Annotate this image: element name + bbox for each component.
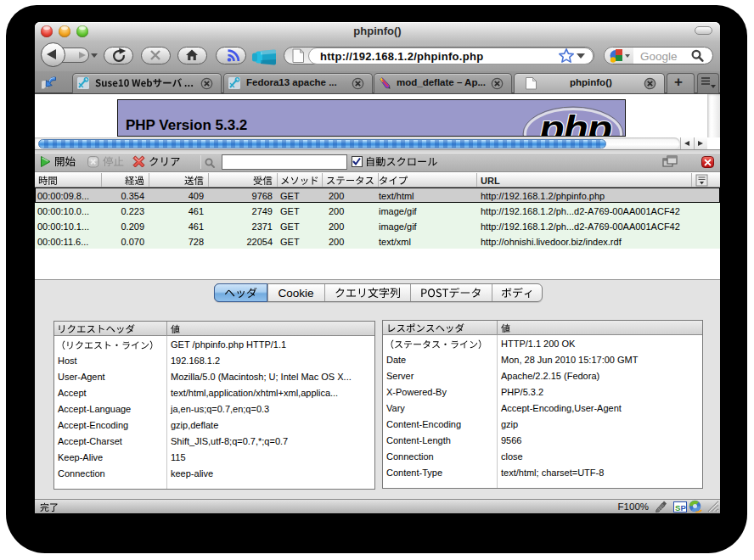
svg-text:php: php (538, 108, 611, 137)
